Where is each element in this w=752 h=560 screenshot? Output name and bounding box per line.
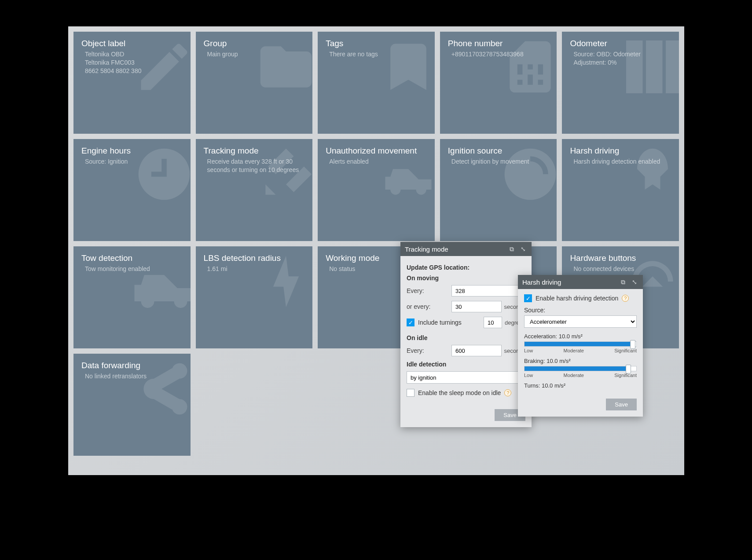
save-button[interactable]: Save bbox=[606, 399, 637, 410]
tile-unauthorized-movement[interactable]: Unauthorized movement Alerts enabled bbox=[318, 139, 435, 241]
workspace: Object label Teltonika OBD Teltonika FMC… bbox=[68, 26, 684, 475]
source-label: Source: bbox=[524, 307, 637, 314]
tracking-mode-dialog: Tracking mode ⧉ ⤡ Update GPS location: O… bbox=[400, 242, 532, 427]
tile-desc: No connected devices bbox=[570, 265, 671, 273]
enable-harsh-checkbox[interactable]: ✓ Enable harsh driving detection ? bbox=[524, 294, 637, 302]
every-label: Every: bbox=[407, 347, 446, 354]
tile-title: Tags bbox=[326, 39, 427, 48]
tile-title: Tow detection bbox=[81, 253, 183, 263]
tile-title: Data forwarding bbox=[81, 361, 183, 370]
tile-desc: Tow monitoring enabled bbox=[81, 265, 183, 273]
distance-input[interactable] bbox=[451, 285, 520, 296]
dialog-header[interactable]: Tracking mode ⧉ ⤡ bbox=[400, 242, 532, 256]
dialog-header[interactable]: Harsh driving ⧉ ⤡ bbox=[518, 275, 643, 289]
tile-title: Group bbox=[204, 39, 305, 48]
tile-harsh-driving[interactable]: Harsh driving Harsh driving detection en… bbox=[562, 139, 679, 241]
idle-detection-input[interactable] bbox=[407, 371, 525, 384]
slider-thumb[interactable] bbox=[630, 340, 635, 349]
help-icon[interactable]: ? bbox=[504, 389, 511, 396]
minimize-icon[interactable]: ⤡ bbox=[519, 245, 527, 253]
source-select[interactable]: Accelerometer bbox=[524, 315, 637, 328]
duplicate-icon[interactable]: ⧉ bbox=[508, 245, 516, 253]
slider-legend: Low Moderate Significant bbox=[524, 348, 637, 353]
tile-desc: Receive data every 328 ft or 30 seconds … bbox=[204, 157, 305, 174]
on-idle-label: On idle bbox=[407, 334, 525, 341]
tile-desc: Main group bbox=[204, 50, 305, 59]
dialog-body: Update GPS location: On moving Every: ft… bbox=[400, 256, 532, 406]
tile-phone-number[interactable]: Phone number +89011703278753483968 bbox=[440, 32, 557, 134]
turns-label: Turns: 10.0 m/s² bbox=[524, 382, 637, 389]
tile-desc: There are no tags bbox=[326, 50, 427, 59]
tile-desc: +89011703278753483968 bbox=[448, 50, 549, 59]
distance-row: Every: ft bbox=[407, 285, 525, 296]
sleep-mode-checkbox[interactable]: Enable the sleep mode on idle ? bbox=[407, 389, 525, 397]
tile-desc: Teltonika OBD Teltonika FMC003 8662 5804… bbox=[81, 50, 183, 75]
tile-desc: Harsh driving detection enabled bbox=[570, 157, 671, 166]
tile-tow-detection[interactable]: Tow detection Tow monitoring enabled bbox=[73, 246, 191, 348]
tile-desc: Source: Ignition bbox=[81, 157, 183, 166]
slider-thumb[interactable] bbox=[626, 365, 631, 373]
tile-desc: Alerts enabled bbox=[326, 157, 427, 166]
tile-object-label[interactable]: Object label Teltonika OBD Teltonika FMC… bbox=[73, 32, 191, 134]
tile-desc: 1.61 mi bbox=[204, 265, 305, 273]
tile-engine-hours[interactable]: Engine hours Source: Ignition bbox=[73, 139, 191, 241]
braking-slider[interactable] bbox=[524, 366, 637, 371]
tile-title: Tracking mode bbox=[204, 146, 305, 156]
or-every-label: or every: bbox=[407, 303, 446, 310]
braking-label: Braking: 10.0 m/s² bbox=[524, 358, 637, 364]
slider-legend: Low Moderate Significant bbox=[524, 373, 637, 378]
tile-title: Object label bbox=[81, 39, 183, 48]
tile-desc: Source: OBD: Odometer Adjustment: 0% bbox=[570, 50, 671, 67]
tile-odometer[interactable]: Odometer Source: OBD: Odometer Adjustmen… bbox=[562, 32, 679, 134]
checkbox-checked-icon: ✓ bbox=[407, 318, 415, 326]
idle-every-row: Every: seconds bbox=[407, 345, 525, 356]
idle-interval-input[interactable] bbox=[451, 345, 502, 356]
interval-input[interactable] bbox=[451, 301, 502, 312]
include-turnings-label: Include turnings bbox=[418, 319, 462, 326]
tile-desc: No linked retranslators bbox=[81, 372, 183, 381]
turnings-row: ✓ Include turnings degrees bbox=[407, 317, 525, 328]
idle-detection-label: Idle detection bbox=[407, 361, 525, 368]
tile-group[interactable]: Group Main group bbox=[196, 32, 313, 134]
tile-title: LBS detection radius bbox=[204, 253, 305, 263]
turn-input[interactable] bbox=[484, 317, 502, 328]
tile-title: Harsh driving bbox=[570, 146, 671, 156]
include-turnings-checkbox[interactable]: ✓ Include turnings bbox=[407, 318, 478, 326]
tile-desc: Detect ignition by movement bbox=[448, 157, 549, 166]
dialog-body: ✓ Enable harsh driving detection ? Sourc… bbox=[518, 289, 643, 396]
tile-ignition-source[interactable]: Ignition source Detect ignition by movem… bbox=[440, 139, 557, 241]
update-gps-label: Update GPS location: bbox=[407, 264, 525, 271]
tile-tracking-mode[interactable]: Tracking mode Receive data every 328 ft … bbox=[196, 139, 313, 241]
tile-data-forwarding[interactable]: Data forwarding No linked retranslators bbox=[73, 354, 191, 456]
sleep-mode-label: Enable the sleep mode on idle bbox=[418, 389, 501, 396]
acceleration-slider[interactable] bbox=[524, 341, 637, 347]
tile-title: Odometer bbox=[570, 39, 671, 48]
dialog-title: Harsh driving bbox=[522, 278, 616, 286]
tile-title: Phone number bbox=[448, 39, 549, 48]
tile-title: Ignition source bbox=[448, 146, 549, 156]
tile-lbs-radius[interactable]: LBS detection radius 1.61 mi bbox=[196, 246, 313, 348]
tile-title: Unauthorized movement bbox=[326, 146, 427, 156]
interval-row: or every: seconds bbox=[407, 301, 525, 312]
every-label: Every: bbox=[407, 287, 446, 294]
tile-tags[interactable]: Tags There are no tags bbox=[318, 32, 435, 134]
enable-harsh-label: Enable harsh driving detection bbox=[536, 295, 618, 302]
duplicate-icon[interactable]: ⧉ bbox=[619, 278, 627, 286]
minimize-icon[interactable]: ⤡ bbox=[631, 278, 638, 286]
checkbox-checked-icon: ✓ bbox=[524, 294, 532, 302]
acceleration-label: Acceleration: 10.0 m/s² bbox=[524, 333, 637, 340]
help-icon[interactable]: ? bbox=[622, 295, 629, 302]
checkbox-unchecked-icon bbox=[407, 389, 415, 397]
on-moving-label: On moving bbox=[407, 275, 525, 282]
tile-title: Hardware buttons bbox=[570, 253, 671, 263]
dialog-title: Tracking mode bbox=[405, 245, 504, 253]
harsh-driving-dialog: Harsh driving ⧉ ⤡ ✓ Enable harsh driving… bbox=[518, 275, 643, 417]
tile-title: Engine hours bbox=[81, 146, 183, 156]
